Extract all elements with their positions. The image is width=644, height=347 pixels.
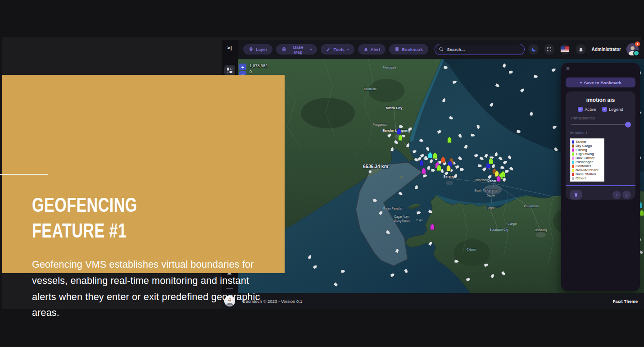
legend-item: Others bbox=[572, 176, 603, 180]
map-label: Tangerang bbox=[474, 178, 488, 182]
forest-patch bbox=[368, 79, 404, 102]
islet bbox=[355, 154, 357, 156]
trash-icon bbox=[574, 192, 578, 197]
map-coordinates: 1,878,982 0 bbox=[249, 63, 268, 75]
language-button[interactable] bbox=[560, 44, 570, 55]
toolbar-button-layer[interactable]: Layer bbox=[243, 44, 272, 55]
arrow-down-icon: ↓ bbox=[626, 192, 628, 197]
map-label: Bandar Lampung bbox=[382, 128, 410, 132]
dark-mode-button[interactable] bbox=[528, 44, 539, 55]
search-box[interactable] bbox=[435, 44, 525, 55]
checkbox-active[interactable]: ✓Active bbox=[578, 107, 596, 112]
zoom-in-button[interactable]: + bbox=[239, 64, 246, 70]
toolbar-button-alert[interactable]: Alert bbox=[358, 44, 386, 55]
transparency-slider[interactable] bbox=[571, 124, 630, 125]
us-flag-icon bbox=[561, 46, 569, 52]
urban-bandung bbox=[536, 232, 546, 237]
app-toolbar: LayerBase Map▾Tools▾AlertBookmark Adm bbox=[238, 40, 644, 59]
layer-actions: ↑ ↓ bbox=[570, 190, 631, 200]
checkbox-label: Active bbox=[585, 107, 596, 112]
legend-item: Bulk Carrier bbox=[572, 156, 603, 160]
forest-patch bbox=[301, 98, 355, 128]
save-to-bookmark-button[interactable]: + Save to Bookmark bbox=[566, 78, 635, 87]
map-label: Menggala bbox=[383, 66, 396, 69]
toolbar-buttons: LayerBase Map▾Tools▾AlertBookmark bbox=[243, 44, 428, 55]
checkbox-legend[interactable]: ✓Legend bbox=[602, 107, 623, 112]
toolbar-button-bookmark[interactable]: Bookmark bbox=[389, 44, 428, 55]
toolbar-button-tools[interactable]: Tools▾ bbox=[321, 44, 354, 55]
move-down-button[interactable]: ↓ bbox=[622, 191, 631, 199]
vessel-type-icon bbox=[572, 173, 574, 176]
map-label: Metro City bbox=[386, 106, 403, 110]
bell-icon bbox=[578, 47, 584, 52]
map-label: Ujung Kulon bbox=[394, 219, 410, 223]
forest-patch bbox=[454, 239, 490, 266]
vessel-type-icon bbox=[572, 177, 574, 180]
map-label: Kotabumi bbox=[364, 87, 376, 91]
legend-item: Container bbox=[572, 164, 603, 168]
vessel-type-icon bbox=[572, 156, 574, 160]
vms-app-screenshot: 6536.34 km² MenggalaKotabumiMetro CityPr… bbox=[222, 40, 644, 309]
geofence-vertex-handle[interactable] bbox=[369, 170, 372, 174]
grid-icon bbox=[227, 68, 232, 73]
plus-icon: + bbox=[580, 80, 582, 85]
map-label: Tugu bbox=[416, 219, 423, 222]
fullscreen-button[interactable] bbox=[544, 44, 554, 55]
card-divider bbox=[566, 185, 635, 186]
search-input[interactable] bbox=[446, 46, 520, 52]
vessel-type-icon bbox=[572, 144, 574, 148]
map-label: Depok bbox=[487, 194, 496, 197]
feature-title: GEOFENCING FEATURE #1 bbox=[32, 192, 137, 243]
value-label: Its value 1. bbox=[570, 131, 631, 135]
arrow-up-icon: ↑ bbox=[616, 192, 618, 197]
sidebar-toggle-button[interactable]: >| bbox=[222, 45, 238, 50]
legend-item: Non-Merchant bbox=[572, 168, 603, 172]
dashboard-grid-button[interactable] bbox=[224, 65, 235, 76]
islet bbox=[366, 155, 367, 157]
transparency-label: Transparency bbox=[570, 116, 631, 120]
toolbar-right: Administrator 1 bbox=[528, 43, 639, 55]
legend-item: Base Station bbox=[572, 172, 603, 176]
check-icon: ✓ bbox=[602, 107, 607, 112]
map-label: Pulau Panaitan bbox=[383, 207, 403, 210]
slide-stage: 6536.34 km² MenggalaKotabumiMetro CityPr… bbox=[0, 0, 644, 347]
save-to-bookmark-label: Save to Bookmark bbox=[584, 80, 621, 85]
map-label: Purwakarta bbox=[524, 205, 539, 208]
fullscreen-icon bbox=[547, 47, 552, 52]
map-label: Cagar Alam bbox=[394, 215, 409, 219]
legend-item: Fishing bbox=[572, 148, 603, 152]
layer-checkbox-row: ✓Active✓Legend bbox=[570, 107, 631, 112]
map-label: South Tangerang bbox=[474, 189, 497, 192]
reorder-buttons: ↑ ↓ bbox=[612, 191, 631, 199]
vessel-type-icon bbox=[572, 140, 574, 144]
avatar[interactable]: 1 bbox=[626, 43, 639, 55]
move-up-button[interactable]: ↑ bbox=[612, 191, 621, 199]
close-icon[interactable]: × bbox=[566, 65, 570, 72]
legend-box: TankerDry CargoFishingTug/TowingBulk Car… bbox=[570, 138, 604, 182]
notification-badge: 1 bbox=[635, 41, 640, 46]
map-label: Cianjur bbox=[508, 222, 517, 226]
toolbar-button-base-map[interactable]: Base Map▾ bbox=[276, 44, 317, 55]
feature-title-line1: GEOFENCING bbox=[32, 192, 137, 218]
accent-line bbox=[0, 174, 48, 175]
layer-card: imotion ais ✓Active✓Legend Transparency … bbox=[566, 91, 635, 200]
notifications-button[interactable] bbox=[576, 44, 586, 55]
delete-layer-button[interactable] bbox=[570, 190, 582, 200]
vessel-type-icon bbox=[572, 160, 574, 164]
feature-title-line2: FEATURE #1 bbox=[32, 218, 137, 243]
map-label: Bandung bbox=[535, 228, 547, 232]
online-status-dot bbox=[633, 50, 639, 56]
layer-panel: × + Save to Bookmark imotion ais ✓Active… bbox=[561, 63, 640, 291]
check-icon: ✓ bbox=[578, 107, 583, 112]
map-label: Serang bbox=[443, 174, 455, 178]
vessel-type-icon bbox=[572, 148, 574, 152]
legend-item: Tanker bbox=[572, 140, 603, 144]
vessel-type-icon bbox=[572, 169, 574, 172]
map-label: Sukabumi City bbox=[490, 228, 509, 232]
coordinate-x: 1,878,982 bbox=[249, 63, 268, 69]
map-label: Bogor bbox=[486, 206, 494, 210]
theme-label: Facit Theme bbox=[613, 299, 638, 304]
legend-item: Tug/Towing bbox=[572, 152, 603, 156]
map-label: Cidaun bbox=[467, 248, 476, 251]
slider-thumb[interactable] bbox=[625, 122, 631, 128]
